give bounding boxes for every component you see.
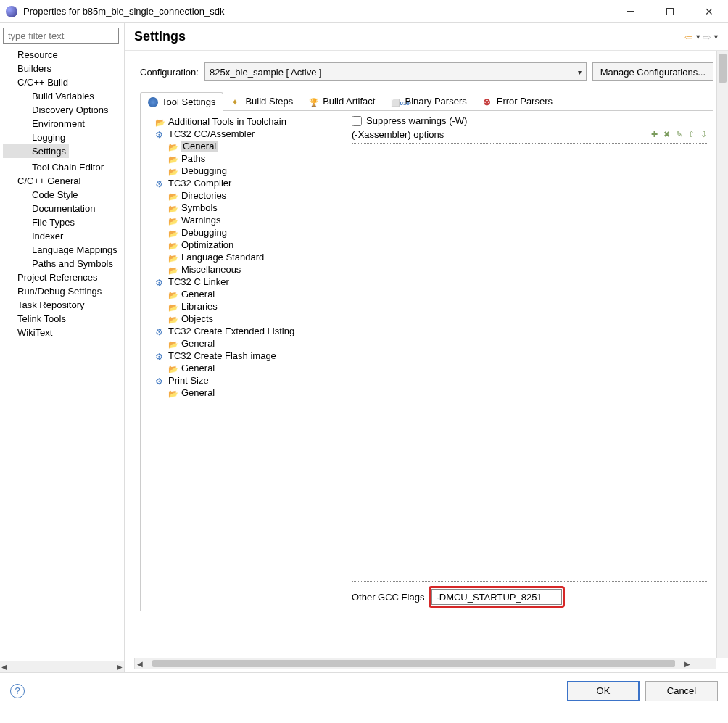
- eclipse-icon: [6, 6, 17, 17]
- sidebar-item-paths-and-symbols[interactable]: Paths and Symbols: [3, 257, 124, 270]
- sidebar-item-telink-tools[interactable]: Telink Tools: [3, 312, 124, 326]
- tool-tree-item-general[interactable]: General: [144, 140, 344, 152]
- folder-icon: [168, 252, 178, 263]
- nav-forward-menu-icon[interactable]: ▼: [713, 33, 719, 41]
- folder-icon: [168, 302, 178, 312]
- sidebar-item-wikitext[interactable]: WikiText: [3, 326, 124, 339]
- tool-tree-label: TC32 CC/Assembler: [168, 128, 255, 139]
- tool-tree-label: Paths: [181, 153, 205, 164]
- tool-tree-item-libraries[interactable]: Libraries: [144, 300, 344, 313]
- scrollbar-thumb[interactable]: [719, 54, 727, 83]
- tool-tree-item-symbols[interactable]: Symbols: [144, 202, 344, 214]
- tool-tree-item-tc32-create-flash-image[interactable]: TC32 Create Flash image: [144, 350, 344, 362]
- ok-button[interactable]: OK: [567, 681, 640, 701]
- sidebar-item-code-style[interactable]: Code Style: [3, 188, 124, 202]
- tab-build-steps[interactable]: Build Steps: [223, 91, 301, 110]
- sidebar-item-logging[interactable]: Logging: [3, 131, 124, 144]
- sidebar-horizontal-scrollbar[interactable]: ◀ ▶: [0, 661, 124, 672]
- help-icon[interactable]: ?: [10, 684, 25, 698]
- tool-tree-item-directories[interactable]: Directories: [144, 189, 344, 202]
- tool-tree-label: Directories: [181, 190, 226, 201]
- sidebar-item-c-c-build[interactable]: C/C++ Build: [3, 75, 124, 89]
- maximize-button[interactable]: [657, 3, 683, 20]
- tool-tree-label: General: [181, 363, 215, 373]
- edit-option-icon[interactable]: ✎: [674, 130, 684, 140]
- tool-tree-item-optimization[interactable]: Optimization: [144, 239, 344, 251]
- other-gcc-flags-label: Other GCC Flags: [352, 592, 424, 603]
- sidebar-item-language-mappings[interactable]: Language Mappings: [3, 243, 124, 257]
- content-vertical-scrollbar[interactable]: [716, 51, 728, 658]
- maximize-icon: [666, 8, 674, 15]
- xassembler-options-list[interactable]: [352, 143, 708, 582]
- tool-tree-item-general[interactable]: General: [144, 288, 344, 300]
- tool-tree-label: TC32 Create Extended Listing: [168, 326, 294, 336]
- tool-tree-label: Libraries: [181, 301, 218, 312]
- sidebar-item-builders[interactable]: Builders: [3, 62, 124, 75]
- tab-label: Binary Parsers: [405, 96, 466, 107]
- nav-back-menu-icon[interactable]: ▼: [695, 33, 701, 41]
- other-gcc-flags-input[interactable]: [431, 589, 562, 605]
- tool-tree-item-general[interactable]: General: [144, 337, 344, 350]
- cancel-button[interactable]: Cancel: [645, 681, 718, 701]
- chevron-down-icon: ▾: [578, 68, 582, 76]
- content-horizontal-scrollbar[interactable]: ◀ ▶: [134, 658, 716, 669]
- tool-tree-item-debugging[interactable]: Debugging: [144, 165, 344, 177]
- sidebar-item-task-repository[interactable]: Task Repository: [3, 298, 124, 312]
- tool-tree-label: TC32 C Linker: [168, 276, 229, 287]
- tool-settings-tree[interactable]: Additional Tools in ToolchainTC32 CC/Ass…: [141, 111, 347, 611]
- sidebar-item-tool-chain-editor[interactable]: Tool Chain Editor: [3, 160, 124, 174]
- sidebar-item-indexer[interactable]: Indexer: [3, 229, 124, 243]
- tool-tree-item-tc32-create-extended-listing[interactable]: TC32 Create Extended Listing: [144, 325, 344, 337]
- highlight-box: [429, 586, 565, 608]
- tool-tree-item-language-standard[interactable]: Language Standard: [144, 251, 344, 263]
- page-title: Settings: [134, 29, 684, 44]
- tool-tree-item-additional-tools-in-toolchain[interactable]: Additional Tools in Toolchain: [144, 115, 344, 128]
- tool-tree-label: General: [181, 387, 215, 398]
- tool-tree-item-miscellaneous[interactable]: Miscellaneous: [144, 263, 344, 276]
- tab-build-artifact[interactable]: Build Artifact: [301, 91, 383, 110]
- sidebar-item-settings[interactable]: Settings: [3, 144, 69, 158]
- minimize-button[interactable]: [618, 3, 644, 20]
- tool-tree-item-warnings[interactable]: Warnings: [144, 214, 344, 226]
- tool-tree-item-print-size[interactable]: Print Size: [144, 374, 344, 387]
- scrollbar-thumb[interactable]: [152, 660, 675, 667]
- sidebar-item-c-c-general[interactable]: C/C++ General: [3, 174, 124, 188]
- sidebar-item-environment[interactable]: Environment: [3, 117, 124, 131]
- manage-configurations-button[interactable]: Manage Configurations...: [592, 62, 713, 81]
- tools-icon: [148, 97, 158, 107]
- sidebar-item-discovery-options[interactable]: Discovery Options: [3, 103, 124, 117]
- close-button[interactable]: [696, 3, 722, 20]
- tool-tree-item-tc32-cc-assembler[interactable]: TC32 CC/Assembler: [144, 128, 344, 140]
- tool-tree-item-paths[interactable]: Paths: [144, 152, 344, 165]
- sidebar-item-file-types[interactable]: File Types: [3, 215, 124, 229]
- filter-input[interactable]: [3, 28, 119, 44]
- tool-tree-item-tc32-compiler[interactable]: TC32 Compiler: [144, 177, 344, 189]
- sidebar-item-run-debug-settings[interactable]: Run/Debug Settings: [3, 284, 124, 298]
- folder-icon: [168, 289, 178, 299]
- tool-tree-label: General: [181, 338, 215, 349]
- add-option-icon[interactable]: ✚: [649, 130, 659, 140]
- tool-tree-label: Language Standard: [181, 252, 264, 263]
- tool-tree-label: Objects: [181, 313, 213, 324]
- properties-tree[interactable]: ResourceBuildersC/C++ BuildBuild Variabl…: [0, 48, 124, 661]
- tool-tree-item-debugging[interactable]: Debugging: [144, 226, 344, 239]
- suppress-warnings-checkbox[interactable]: [352, 116, 362, 126]
- tab-binary-parsers[interactable]: 010Binary Parsers: [383, 91, 474, 110]
- sidebar-item-resource[interactable]: Resource: [3, 48, 124, 62]
- move-up-icon[interactable]: ⇧: [686, 130, 696, 140]
- tool-tree-item-general[interactable]: General: [144, 362, 344, 374]
- sidebar-item-documentation[interactable]: Documentation: [3, 202, 124, 215]
- tab-tool-settings[interactable]: Tool Settings: [140, 92, 223, 111]
- sidebar-item-build-variables[interactable]: Build Variables: [3, 89, 124, 103]
- configuration-select[interactable]: 825x_ble_sample [ Active ] ▾: [204, 62, 587, 81]
- tab-error-parsers[interactable]: Error Parsers: [475, 91, 561, 110]
- dialog-footer: ? OK Cancel: [0, 672, 728, 708]
- sidebar-item-project-references[interactable]: Project References: [3, 270, 124, 284]
- tool-tree-item-objects[interactable]: Objects: [144, 313, 344, 325]
- tool-tree-item-tc32-c-linker[interactable]: TC32 C Linker: [144, 276, 344, 288]
- nav-forward-icon[interactable]: ⇨: [703, 31, 711, 43]
- delete-option-icon[interactable]: ✖: [661, 130, 671, 140]
- nav-back-icon[interactable]: ⇦: [684, 31, 693, 43]
- tool-tree-item-general[interactable]: General: [144, 387, 344, 399]
- move-down-icon[interactable]: ⇩: [698, 130, 708, 140]
